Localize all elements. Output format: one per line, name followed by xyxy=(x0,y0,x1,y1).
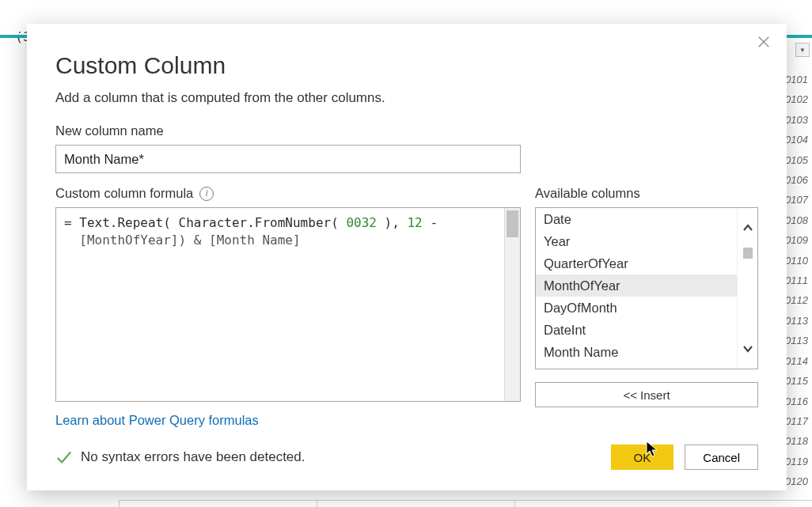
formula-scrollbar[interactable] xyxy=(504,208,520,401)
checkmark-icon xyxy=(55,448,73,466)
background-cell: 0106 xyxy=(785,170,812,190)
background-cell: 0120 xyxy=(785,471,812,491)
background-cell: 0119 xyxy=(785,452,812,471)
background-cell: 0113 xyxy=(785,331,812,350)
custom-column-dialog: Custom Column Add a column that is compu… xyxy=(27,24,787,490)
background-data-column: 0101010201030104010501060107010801090110… xyxy=(785,70,812,492)
column-name-label: New column name xyxy=(55,123,758,138)
background-cell: 0114 xyxy=(785,351,812,371)
background-dropdown-button[interactable]: ▼ xyxy=(795,43,810,57)
dialog-title: Custom Column xyxy=(55,52,758,79)
background-cell: 0104 xyxy=(785,130,812,149)
learn-link[interactable]: Learn about Power Query formulas xyxy=(55,413,521,428)
close-icon xyxy=(757,35,771,49)
background-grid-sep xyxy=(514,500,515,507)
available-column-item[interactable]: Date xyxy=(536,208,737,230)
available-columns-list: DateYearQuarterOfYearMonthOfYearDayOfMon… xyxy=(535,207,758,369)
background-cell: 0105 xyxy=(785,150,812,170)
chevron-down-icon[interactable] xyxy=(742,343,753,354)
available-column-item[interactable]: QuarterOfYear xyxy=(536,252,737,274)
background-cell: 0112 xyxy=(785,290,812,310)
background-grid-sep xyxy=(317,500,317,507)
formula-editor[interactable]: = Text.Repeat( Character.FromNumber( 003… xyxy=(55,207,521,402)
background-cell: 0118 xyxy=(785,431,812,451)
background-grid-sep xyxy=(119,500,120,507)
chevron-up-icon[interactable] xyxy=(742,222,753,233)
background-cell: 0101 xyxy=(785,70,812,89)
background-cell: 0116 xyxy=(785,392,812,411)
background-cell: 0117 xyxy=(785,411,812,431)
available-column-item[interactable]: Month Name xyxy=(536,341,737,363)
available-column-item[interactable]: Year xyxy=(536,230,737,252)
insert-button[interactable]: << Insert xyxy=(535,382,758,407)
available-column-item[interactable]: DayOfMonth xyxy=(536,297,737,319)
scrollbar-thumb[interactable] xyxy=(743,248,753,259)
background-cell: 0111 xyxy=(785,271,812,290)
available-columns-scrollbar[interactable] xyxy=(737,208,757,369)
background-cell: 0102 xyxy=(785,89,812,109)
close-button[interactable] xyxy=(757,35,772,51)
background-cell: 0115 xyxy=(785,371,812,391)
background-cell: 0109 xyxy=(785,230,812,250)
background-cell: 0113 xyxy=(785,311,812,331)
status-text: No syntax errors have been detected. xyxy=(81,449,600,465)
cancel-button[interactable]: Cancel xyxy=(685,445,758,470)
info-icon[interactable]: i xyxy=(199,187,214,201)
background-grid-border xyxy=(119,500,812,501)
background-cell: 0103 xyxy=(785,110,812,130)
column-name-input[interactable] xyxy=(55,145,521,173)
dialog-subtitle: Add a column that is computed from the o… xyxy=(55,90,758,106)
available-column-item[interactable]: Month & Year xyxy=(536,363,737,369)
formula-label: Custom column formula xyxy=(55,186,193,201)
background-cell: 0110 xyxy=(785,251,812,271)
available-columns-label: Available columns xyxy=(535,186,758,201)
available-column-item[interactable]: DateInt xyxy=(536,319,737,341)
scrollbar-thumb[interactable] xyxy=(507,210,518,237)
ok-button[interactable]: OK xyxy=(611,445,674,470)
background-cell: 0108 xyxy=(785,210,812,230)
formula-text[interactable]: = Text.Repeat( Character.FromNumber( 003… xyxy=(56,208,504,401)
background-cell: 0107 xyxy=(785,190,812,210)
available-column-item[interactable]: MonthOfYear xyxy=(536,274,737,297)
